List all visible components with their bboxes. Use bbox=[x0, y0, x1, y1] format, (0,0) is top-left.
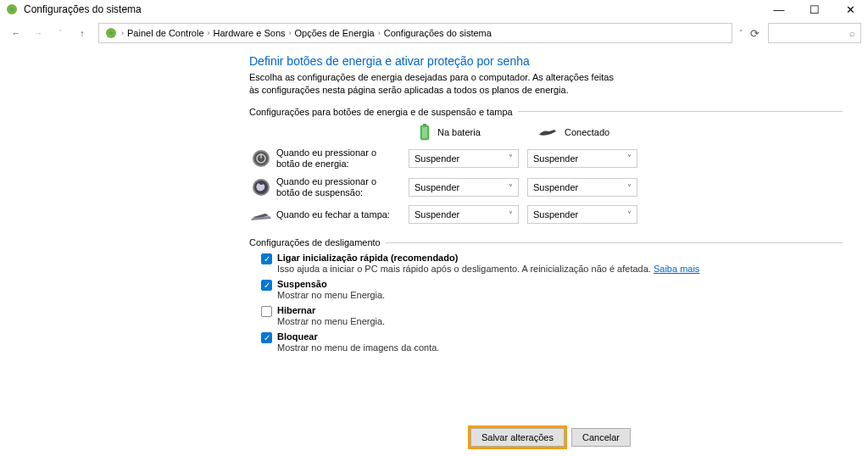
checkbox-fast-startup[interactable] bbox=[261, 253, 272, 264]
address-bar[interactable]: › Painel de Controle › Hardware e Sons ›… bbox=[98, 23, 732, 43]
refresh-icon[interactable]: ⟳ bbox=[750, 27, 760, 40]
group-title-buttons: Configurações para botões de energia e d… bbox=[249, 107, 843, 117]
cancel-button[interactable]: Cancelar bbox=[571, 428, 631, 447]
nav-toolbar: ← → ˅ ↑ › Painel de Controle › Hardware … bbox=[0, 19, 868, 47]
group-title-shutdown: Configurações de desligamento bbox=[249, 237, 843, 247]
checkbox-row-fast-startup: Ligar inicialização rápida (recomendado)… bbox=[261, 253, 843, 274]
chevron-down-icon: ˅ bbox=[509, 153, 513, 163]
checkbox-desc: Mostrar no menu Energia. bbox=[277, 290, 385, 300]
back-button[interactable]: ← bbox=[7, 24, 25, 42]
power-button-icon bbox=[249, 149, 273, 168]
plug-icon bbox=[537, 126, 558, 138]
chevron-down-icon: ˅ bbox=[627, 153, 632, 163]
checkbox-desc: Mostrar no menu de imagens da conta. bbox=[277, 342, 439, 353]
dropdown-icon[interactable]: ˅ bbox=[739, 29, 743, 37]
search-input[interactable]: ⌕ bbox=[768, 23, 861, 43]
chevron-right-icon: › bbox=[289, 29, 292, 37]
chevron-down-icon: ˅ bbox=[627, 183, 632, 192]
select-power-plugged[interactable]: Suspender˅ bbox=[527, 149, 637, 168]
select-power-battery[interactable]: Suspender˅ bbox=[409, 149, 519, 168]
app-icon bbox=[5, 3, 19, 16]
battery-icon bbox=[419, 124, 431, 141]
svg-rect-4 bbox=[422, 127, 427, 138]
chevron-down-icon: ˅ bbox=[509, 210, 513, 220]
select-sleep-battery[interactable]: Suspender˅ bbox=[409, 178, 519, 197]
footer: Salvar alterações Cancelar bbox=[0, 419, 868, 456]
setting-row-lid: Quando eu fechar a tampa: Suspender˅ Sus… bbox=[249, 205, 843, 224]
laptop-lid-icon bbox=[249, 207, 273, 222]
save-button[interactable]: Salvar alterações bbox=[470, 428, 565, 447]
select-lid-plugged[interactable]: Suspender˅ bbox=[527, 205, 637, 224]
column-header-plugged: Conectado bbox=[537, 124, 648, 141]
checkbox-sleep[interactable] bbox=[261, 280, 272, 291]
chevron-right-icon: › bbox=[378, 29, 381, 37]
checkbox-row-lock: Bloquear Mostrar no menu de imagens da c… bbox=[261, 331, 843, 353]
breadcrumb-item[interactable]: Hardware e Sons bbox=[214, 28, 286, 38]
checkbox-row-sleep: Suspensão Mostrar no menu Energia. bbox=[261, 279, 843, 300]
minimize-button[interactable]: — bbox=[761, 0, 797, 19]
select-lid-battery[interactable]: Suspender˅ bbox=[409, 205, 519, 224]
recent-button[interactable]: ˅ bbox=[51, 24, 70, 42]
window-title: Configurações do sistema bbox=[24, 3, 761, 15]
forward-button[interactable]: → bbox=[29, 24, 47, 42]
checkbox-row-hibernate: Hibernar Mostrar no menu Energia. bbox=[261, 305, 843, 326]
learn-more-link[interactable]: Saiba mais bbox=[654, 264, 699, 274]
checkbox-desc: Isso ajuda a iniciar o PC mais rápido ap… bbox=[277, 264, 699, 274]
chevron-down-icon: ˅ bbox=[627, 210, 632, 220]
select-sleep-plugged[interactable]: Suspender˅ bbox=[527, 178, 637, 197]
setting-row-sleep-button: Quando eu pressionar o botão de suspensã… bbox=[249, 176, 843, 198]
maximize-button[interactable]: ☐ bbox=[797, 0, 832, 19]
title-bar: Configurações do sistema — ☐ ✕ bbox=[0, 0, 868, 19]
checkbox-label: Ligar inicialização rápida (recomendado) bbox=[277, 253, 699, 263]
setting-row-power-button: Quando eu pressionar o botão de energia:… bbox=[249, 147, 843, 170]
sleep-button-icon bbox=[249, 178, 273, 197]
checkbox-label: Suspensão bbox=[277, 279, 385, 289]
column-header-battery: Na bateria bbox=[419, 124, 529, 141]
breadcrumb-item[interactable]: Opções de Energia bbox=[295, 28, 375, 38]
control-panel-icon bbox=[104, 26, 118, 40]
breadcrumb-item[interactable]: Painel de Controle bbox=[127, 28, 204, 38]
checkbox-hibernate[interactable] bbox=[261, 306, 272, 317]
search-icon: ⌕ bbox=[849, 28, 855, 38]
page-heading: Definir botões de energia e ativar prote… bbox=[249, 54, 843, 68]
chevron-right-icon: › bbox=[121, 29, 124, 37]
main-content: Definir botões de energia e ativar prote… bbox=[0, 51, 868, 419]
chevron-down-icon: ˅ bbox=[509, 183, 513, 192]
close-button[interactable]: ✕ bbox=[832, 0, 868, 19]
checkbox-desc: Mostrar no menu Energia. bbox=[277, 316, 385, 326]
breadcrumb-item[interactable]: Configurações do sistema bbox=[384, 28, 492, 38]
svg-rect-2 bbox=[423, 124, 426, 125]
page-subtext: Escolha as configurações de energia dese… bbox=[249, 71, 622, 97]
checkbox-label: Hibernar bbox=[277, 305, 385, 315]
chevron-right-icon: › bbox=[208, 29, 210, 37]
up-button[interactable]: ↑ bbox=[73, 24, 92, 42]
checkbox-lock[interactable] bbox=[261, 332, 272, 343]
checkbox-label: Bloquear bbox=[277, 331, 439, 342]
